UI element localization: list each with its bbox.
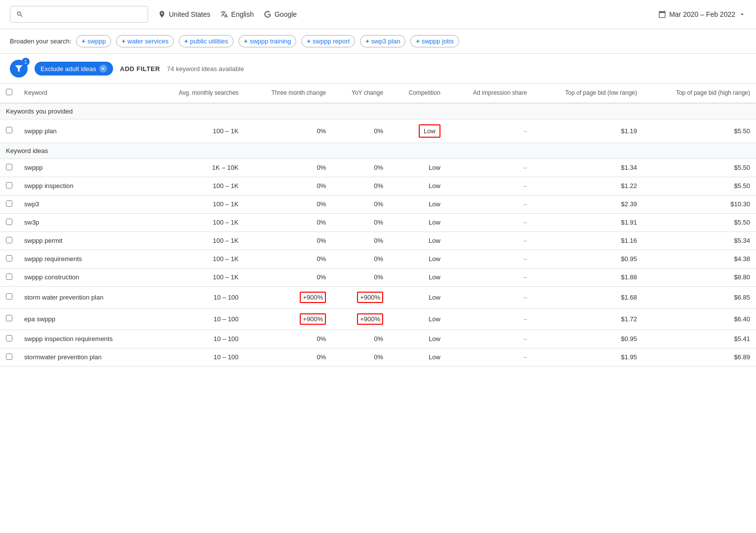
- header-avg-monthly[interactable]: Avg. monthly searches: [150, 84, 244, 103]
- three-month-cell: +900%: [244, 308, 332, 330]
- row-checkbox[interactable]: [6, 255, 12, 262]
- row-checkbox-cell[interactable]: [0, 348, 18, 366]
- header-keyword[interactable]: Keyword: [18, 84, 150, 103]
- broaden-chip-swppp-jobs[interactable]: + swppp jobs: [410, 35, 459, 47]
- ad-impression-cell: –: [446, 119, 533, 143]
- row-checkbox-cell[interactable]: [0, 213, 18, 231]
- table-row: sw3p 100 – 1K 0% 0% Low – $1.91 $5.50: [0, 213, 756, 231]
- three-month-cell: 0%: [244, 348, 332, 366]
- location-label: United States: [169, 10, 210, 18]
- keyword-cell: storm water prevention plan: [18, 286, 150, 308]
- row-checkbox[interactable]: [6, 335, 12, 342]
- table-row: stormwater prevention plan 10 – 100 0% 0…: [0, 348, 756, 366]
- row-checkbox[interactable]: [6, 237, 12, 243]
- row-checkbox[interactable]: [6, 315, 12, 321]
- yoy-cell: 0%: [332, 213, 389, 231]
- competition-cell: Low: [389, 348, 446, 366]
- avg-monthly-cell: 10 – 100: [150, 330, 244, 348]
- yoy-cell: 0%: [332, 268, 389, 286]
- top-bid-high-cell: $5.34: [643, 231, 756, 250]
- top-bid-low-cell: $1.16: [533, 231, 643, 250]
- yoy-cell: 0%: [332, 158, 389, 177]
- google-icon: [264, 10, 272, 18]
- top-bid-high-cell: $5.50: [643, 177, 756, 195]
- row-checkbox-cell[interactable]: [0, 286, 18, 308]
- header-yoy[interactable]: YoY change: [332, 84, 389, 103]
- competition-cell: Low: [389, 286, 446, 308]
- top-bid-high-cell: $5.50: [643, 213, 756, 231]
- exclude-adult-chip[interactable]: Exclude adult ideas ✕: [35, 62, 113, 76]
- row-checkbox-cell[interactable]: [0, 250, 18, 268]
- broaden-chip-public-utilities[interactable]: + public utilities: [179, 35, 234, 47]
- row-checkbox-cell[interactable]: [0, 268, 18, 286]
- ad-impression-cell: –: [446, 177, 533, 195]
- row-checkbox[interactable]: [6, 219, 12, 225]
- header-top-bid-high[interactable]: Top of page bid (high range): [643, 84, 756, 103]
- keyword-cell: swp3: [18, 195, 150, 213]
- keyword-table-wrapper: Keyword Avg. monthly searches Three mont…: [0, 84, 756, 367]
- row-checkbox-cell[interactable]: [0, 195, 18, 213]
- filter-bar: 1 Exclude adult ideas ✕ ADD FILTER 74 ke…: [0, 54, 756, 84]
- top-bid-low-cell: $1.72: [533, 308, 643, 330]
- three-month-cell: 0%: [244, 195, 332, 213]
- broaden-chip-swp3-plan[interactable]: + swp3 plan: [360, 35, 405, 47]
- keyword-cell: swppp inspection: [18, 177, 150, 195]
- search-box[interactable]: swppp plan: [10, 6, 148, 23]
- row-checkbox[interactable]: [6, 182, 12, 189]
- row-checkbox[interactable]: [6, 273, 12, 280]
- competition-cell: Low: [389, 231, 446, 250]
- yoy-cell: 0%: [332, 195, 389, 213]
- header-competition[interactable]: Competition: [389, 84, 446, 103]
- language-selector[interactable]: English: [220, 10, 254, 18]
- keyword-cell: sw3p: [18, 213, 150, 231]
- competition-highlight: Low: [419, 124, 440, 138]
- select-all-checkbox[interactable]: [6, 89, 12, 95]
- broaden-chip-swppp-training[interactable]: + swppp training: [239, 35, 296, 47]
- row-checkbox-cell[interactable]: [0, 308, 18, 330]
- broaden-chip-swppp-report[interactable]: + swppp report: [301, 35, 355, 47]
- funnel-icon: [14, 64, 24, 74]
- top-bid-high-cell: $6.40: [643, 308, 756, 330]
- ad-impression-cell: –: [446, 158, 533, 177]
- yoy-cell: +900%: [332, 286, 389, 308]
- search-engine-selector[interactable]: Google: [264, 10, 297, 18]
- avg-monthly-cell: 100 – 1K: [150, 177, 244, 195]
- competition-cell: Low: [389, 213, 446, 231]
- header-top-bid-low[interactable]: Top of page bid (low range): [533, 84, 643, 103]
- avg-monthly-cell: 100 – 1K: [150, 250, 244, 268]
- row-checkbox[interactable]: [6, 164, 12, 170]
- broaden-chip-water-services[interactable]: + water services: [116, 35, 174, 47]
- broaden-chip-swppp[interactable]: + swppp: [76, 35, 111, 47]
- row-checkbox-cell[interactable]: [0, 158, 18, 177]
- top-bid-low-cell: $0.95: [533, 330, 643, 348]
- chevron-down-icon: [738, 10, 746, 18]
- search-icon: [16, 10, 24, 18]
- row-checkbox-cell[interactable]: [0, 119, 18, 143]
- search-input[interactable]: swppp plan: [28, 10, 142, 18]
- exclude-adult-remove-button[interactable]: ✕: [99, 65, 107, 73]
- header-ad-impression[interactable]: Ad impression share: [446, 84, 533, 103]
- date-range-picker[interactable]: Mar 2020 – Feb 2022: [658, 10, 746, 18]
- add-filter-button[interactable]: ADD FILTER: [120, 65, 160, 73]
- top-bid-high-cell: $5.41: [643, 330, 756, 348]
- location-selector[interactable]: United States: [158, 10, 210, 18]
- row-checkbox[interactable]: [6, 293, 12, 300]
- row-checkbox[interactable]: [6, 353, 12, 360]
- date-range-label: Mar 2020 – Feb 2022: [669, 10, 735, 18]
- row-checkbox-cell[interactable]: [0, 177, 18, 195]
- row-checkbox[interactable]: [6, 200, 12, 207]
- top-bid-low-cell: $1.68: [533, 286, 643, 308]
- section-provided: Keywords you provided: [0, 103, 756, 119]
- top-bid-low-cell: $2.39: [533, 195, 643, 213]
- keyword-cell: swppp requirements: [18, 250, 150, 268]
- competition-cell: Low: [389, 158, 446, 177]
- keyword-cell: swppp construction: [18, 268, 150, 286]
- keyword-count: 74 keyword ideas available: [167, 65, 244, 73]
- row-checkbox-cell[interactable]: [0, 231, 18, 250]
- header-three-month[interactable]: Three month change: [244, 84, 332, 103]
- top-bid-low-cell: $1.34: [533, 158, 643, 177]
- yoy-cell: 0%: [332, 250, 389, 268]
- row-checkbox[interactable]: [6, 127, 12, 133]
- row-checkbox-cell[interactable]: [0, 330, 18, 348]
- location-icon: [158, 10, 166, 18]
